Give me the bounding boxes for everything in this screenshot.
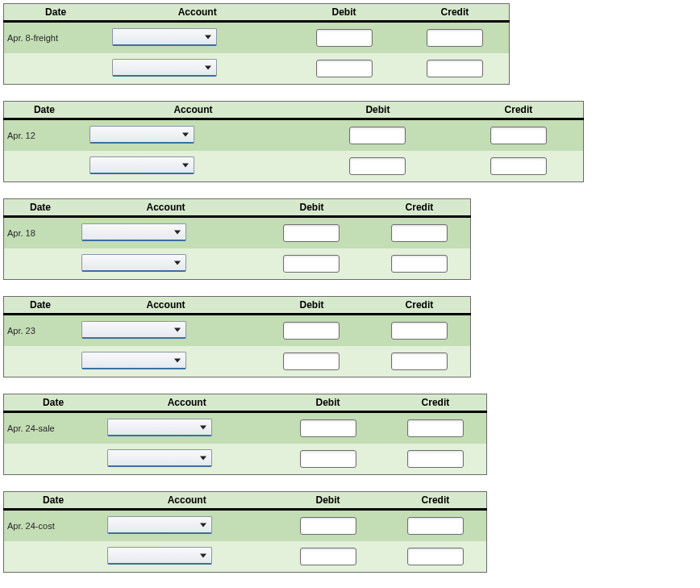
journal-row: Apr. 23 bbox=[4, 315, 471, 347]
debit-cell bbox=[302, 151, 454, 182]
journal-row: Apr. 24-sale bbox=[4, 412, 487, 444]
account-select[interactable] bbox=[90, 126, 194, 144]
credit-input[interactable] bbox=[427, 29, 483, 47]
account-select[interactable] bbox=[81, 321, 186, 339]
journal-row bbox=[4, 444, 487, 475]
chevron-down-icon bbox=[200, 425, 206, 429]
credit-input[interactable] bbox=[391, 322, 448, 340]
credit-cell bbox=[454, 151, 584, 182]
debit-input[interactable] bbox=[283, 322, 340, 340]
account-cell bbox=[77, 217, 255, 249]
account-select[interactable] bbox=[112, 28, 217, 46]
credit-header: Credit bbox=[385, 394, 487, 412]
credit-input[interactable] bbox=[490, 127, 547, 144]
debit-cell bbox=[255, 346, 369, 377]
date-header: Date bbox=[4, 297, 77, 315]
credit-cell bbox=[401, 22, 510, 54]
debit-input[interactable] bbox=[300, 548, 356, 565]
chevron-down-icon bbox=[182, 132, 189, 136]
debit-input[interactable] bbox=[283, 255, 340, 273]
debit-header: Debit bbox=[255, 199, 369, 217]
date-header: Date bbox=[4, 4, 108, 22]
debit-input[interactable] bbox=[300, 450, 356, 468]
date-cell bbox=[4, 346, 77, 377]
credit-input[interactable] bbox=[407, 548, 464, 565]
chevron-down-icon bbox=[205, 35, 211, 39]
account-cell bbox=[107, 22, 287, 54]
debit-cell bbox=[255, 248, 369, 280]
debit-input[interactable] bbox=[316, 29, 373, 47]
debit-cell bbox=[255, 217, 369, 249]
account-header: Account bbox=[102, 492, 271, 510]
date-cell: Apr. 24-sale bbox=[4, 412, 103, 444]
account-select[interactable] bbox=[107, 419, 212, 436]
account-header: Account bbox=[77, 297, 255, 315]
debit-input[interactable] bbox=[283, 224, 340, 242]
debit-header: Debit bbox=[302, 102, 454, 119]
credit-cell bbox=[369, 315, 471, 347]
account-cell bbox=[102, 541, 271, 573]
debit-input[interactable] bbox=[300, 517, 356, 535]
credit-header: Credit bbox=[454, 102, 584, 119]
account-select[interactable] bbox=[90, 156, 194, 174]
date-header: Date bbox=[4, 492, 103, 510]
debit-input[interactable] bbox=[283, 352, 340, 370]
journal-row bbox=[4, 53, 510, 85]
credit-input[interactable] bbox=[407, 419, 464, 437]
credit-cell bbox=[385, 510, 487, 542]
chevron-down-icon bbox=[182, 163, 189, 167]
account-cell bbox=[85, 151, 302, 182]
debit-header: Debit bbox=[255, 297, 369, 315]
debit-cell bbox=[255, 315, 369, 347]
account-select[interactable] bbox=[81, 254, 186, 272]
credit-cell bbox=[385, 444, 487, 475]
date-header: Date bbox=[4, 394, 103, 412]
debit-cell bbox=[271, 444, 385, 475]
journal-row bbox=[4, 248, 471, 280]
debit-input[interactable] bbox=[300, 419, 356, 437]
account-cell bbox=[77, 248, 255, 280]
credit-cell bbox=[369, 248, 471, 280]
journal-entry-table: DateAccountDebitCreditApr. 23 bbox=[3, 296, 471, 377]
account-select[interactable] bbox=[81, 223, 186, 241]
credit-header: Credit bbox=[401, 4, 510, 22]
chevron-down-icon bbox=[174, 327, 181, 332]
credit-input[interactable] bbox=[391, 255, 448, 273]
credit-cell bbox=[385, 541, 487, 573]
account-select[interactable] bbox=[81, 352, 186, 369]
debit-cell bbox=[271, 510, 385, 542]
credit-input[interactable] bbox=[407, 450, 464, 468]
debit-input[interactable] bbox=[349, 127, 406, 144]
date-cell bbox=[4, 444, 103, 475]
account-select[interactable] bbox=[107, 516, 212, 534]
account-header: Account bbox=[85, 102, 302, 119]
credit-cell bbox=[385, 412, 487, 444]
credit-input[interactable] bbox=[391, 352, 448, 370]
debit-input[interactable] bbox=[349, 157, 406, 175]
credit-header: Credit bbox=[369, 297, 471, 315]
credit-input[interactable] bbox=[391, 224, 448, 242]
account-select[interactable] bbox=[112, 59, 217, 77]
credit-input[interactable] bbox=[407, 517, 464, 535]
account-header: Account bbox=[107, 4, 287, 22]
credit-cell bbox=[454, 119, 584, 152]
journal-row: Apr. 12 bbox=[4, 119, 584, 152]
debit-header: Debit bbox=[271, 394, 385, 412]
debit-header: Debit bbox=[271, 492, 385, 510]
account-cell bbox=[102, 444, 271, 475]
chevron-down-icon bbox=[174, 261, 181, 265]
account-cell bbox=[107, 53, 287, 85]
debit-cell bbox=[287, 53, 401, 85]
account-select[interactable] bbox=[107, 547, 212, 565]
journal-entry-table: DateAccountDebitCreditApr. 18 bbox=[3, 198, 471, 280]
credit-input[interactable] bbox=[427, 60, 483, 77]
date-cell: Apr. 12 bbox=[4, 119, 85, 152]
journal-entry-table: DateAccountDebitCreditApr. 8-freight bbox=[3, 3, 510, 85]
debit-input[interactable] bbox=[316, 60, 373, 77]
account-header: Account bbox=[102, 394, 271, 412]
date-cell: Apr. 24-cost bbox=[4, 510, 103, 542]
credit-input[interactable] bbox=[490, 157, 547, 175]
debit-cell bbox=[302, 119, 454, 152]
journal-entry-table: DateAccountDebitCreditApr. 24-sale bbox=[3, 394, 487, 475]
account-select[interactable] bbox=[107, 449, 212, 467]
